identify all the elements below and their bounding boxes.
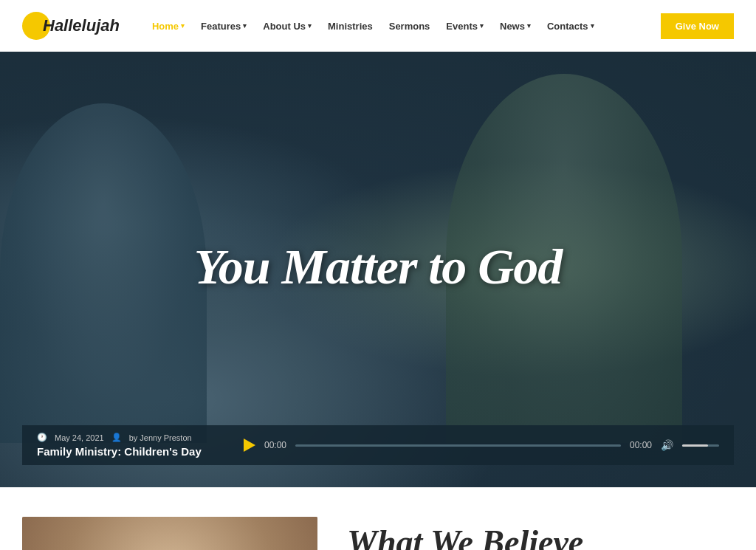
audio-time-end: 00:00 — [630, 440, 652, 450]
volume-bar[interactable] — [682, 444, 719, 447]
hero-section: You Matter to God 🕐 May 24, 2021 👤 by Je… — [0, 52, 756, 487]
hero-content: You Matter to God — [0, 239, 756, 295]
chevron-down-icon: ▾ — [181, 22, 185, 30]
nav-item-events[interactable]: Events ▾ — [439, 15, 491, 38]
volume-icon[interactable]: 🔊 — [661, 439, 673, 451]
chevron-down-icon: ▾ — [527, 22, 531, 30]
clock-icon: 🕐 — [37, 433, 47, 442]
nav-item-contacts[interactable]: Contacts ▾ — [540, 15, 602, 38]
chevron-down-icon: ▾ — [591, 22, 594, 30]
chevron-down-icon: ▾ — [308, 22, 312, 30]
navigation: Hallelujah Home ▾ Features ▾ About Us ▾ … — [0, 0, 756, 52]
what-we-believe-section: What We Believe ❝ For what shall it prof… — [0, 487, 756, 550]
nav-item-sermons[interactable]: Sermons — [382, 15, 438, 38]
logo[interactable]: Hallelujah — [22, 12, 120, 40]
chevron-down-icon: ▾ — [480, 22, 484, 30]
audio-date: 🕐 May 24, 2021 👤 by Jenny Preston — [37, 433, 229, 442]
volume-fill — [682, 444, 708, 447]
nav-item-features[interactable]: Features ▾ — [193, 15, 254, 38]
audio-player: 🕐 May 24, 2021 👤 by Jenny Preston Family… — [22, 425, 734, 465]
believe-text: What We Believe ❝ For what shall it prof… — [347, 517, 734, 550]
audio-controls: 00:00 00:00 🔊 — [244, 439, 719, 452]
hero-title: You Matter to God — [30, 239, 726, 295]
audio-meta: 🕐 May 24, 2021 👤 by Jenny Preston Family… — [37, 433, 229, 458]
navbar: Hallelujah Home ▾ Features ▾ About Us ▾ … — [0, 0, 756, 52]
nav-item-home[interactable]: Home ▾ — [145, 15, 192, 38]
believe-image — [22, 517, 317, 550]
give-now-button[interactable]: Give Now — [661, 13, 734, 39]
nav-item-about[interactable]: About Us ▾ — [255, 15, 319, 38]
audio-progress-bar[interactable] — [295, 444, 621, 447]
nav-links: Home ▾ Features ▾ About Us ▾ Ministries … — [145, 15, 658, 38]
believe-heading: What We Believe — [347, 524, 734, 550]
logo-text: Hallelujah — [43, 16, 120, 35]
nav-item-news[interactable]: News ▾ — [492, 15, 538, 38]
user-icon: 👤 — [111, 433, 122, 442]
nav-item-ministries[interactable]: Ministries — [320, 15, 380, 38]
play-button[interactable] — [244, 439, 255, 452]
audio-time-start: 00:00 — [264, 440, 286, 450]
chevron-down-icon: ▾ — [243, 22, 247, 30]
audio-title: Family Ministry: Children's Day — [37, 445, 229, 458]
